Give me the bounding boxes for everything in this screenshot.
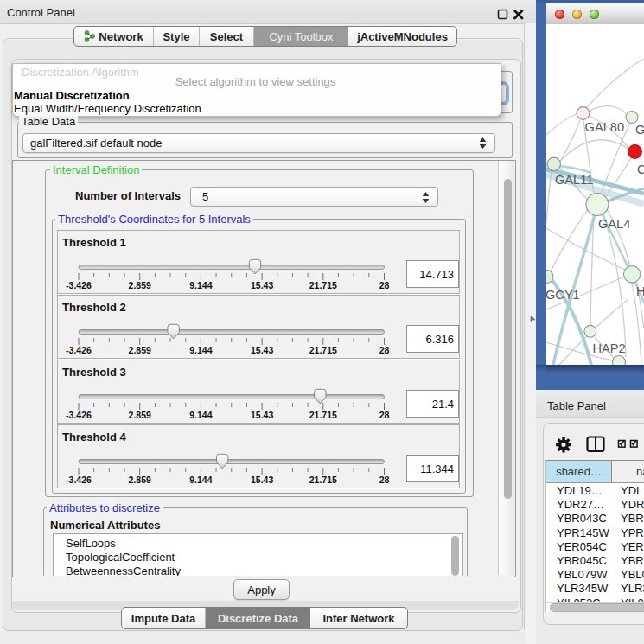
svg-text:15.43: 15.43 xyxy=(251,410,273,420)
svg-text:2.859: 2.859 xyxy=(129,345,151,355)
svg-text:-3.426: -3.426 xyxy=(66,280,92,290)
svg-text:28: 28 xyxy=(379,280,390,290)
svg-text:2.859: 2.859 xyxy=(129,280,151,290)
svg-text:HA: HA xyxy=(636,284,644,298)
svg-text:21.715: 21.715 xyxy=(309,345,337,355)
svg-text:21.715: 21.715 xyxy=(309,280,337,290)
svg-text:28: 28 xyxy=(379,410,390,420)
svg-text:21.715: 21.715 xyxy=(309,475,337,485)
svg-text:28: 28 xyxy=(379,475,390,485)
svg-text:GAL80: GAL80 xyxy=(585,120,624,134)
svg-text:GAL4: GAL4 xyxy=(598,217,630,231)
svg-text:9.144: 9.144 xyxy=(189,410,212,420)
svg-text:HAP2: HAP2 xyxy=(593,341,626,355)
svg-text:-3.426: -3.426 xyxy=(66,475,92,485)
svg-text:CA: CA xyxy=(637,163,644,176)
svg-text:15.43: 15.43 xyxy=(251,280,273,290)
svg-text:-3.426: -3.426 xyxy=(66,410,92,420)
svg-text:9.144: 9.144 xyxy=(189,280,212,290)
svg-text:9.144: 9.144 xyxy=(189,345,212,355)
svg-text:-3.426: -3.426 xyxy=(66,345,92,355)
svg-text:28: 28 xyxy=(379,345,390,355)
svg-text:GCY1: GCY1 xyxy=(546,288,580,302)
svg-text:2.859: 2.859 xyxy=(129,410,151,420)
svg-text:15.43: 15.43 xyxy=(251,345,273,355)
svg-text:9.144: 9.144 xyxy=(189,475,212,485)
svg-text:2.859: 2.859 xyxy=(129,475,151,485)
svg-text:GA: GA xyxy=(635,123,644,137)
svg-text:21.715: 21.715 xyxy=(309,410,337,420)
svg-text:GAL11: GAL11 xyxy=(555,173,593,187)
svg-text:15.43: 15.43 xyxy=(251,475,273,485)
